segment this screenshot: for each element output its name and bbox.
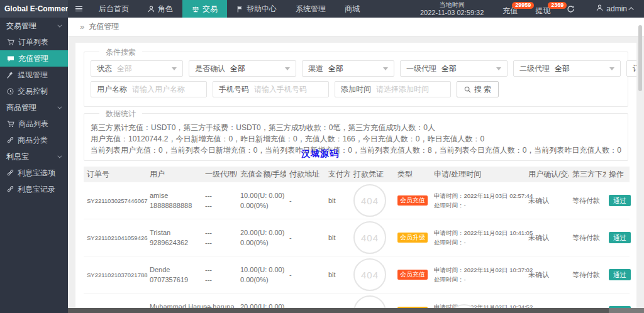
sidebar-section-header[interactable]: 交易管理	[0, 18, 68, 34]
approve-button[interactable]: 通过	[609, 195, 631, 206]
main-area: » 充值管理 条件搜索 状态全部是否确认全部渠道全部一级代理全部二级代理全部订单…	[68, 18, 644, 313]
chevron-up-icon	[628, 7, 633, 12]
filter-text-input[interactable]	[254, 85, 328, 94]
pay-method-cell: bit	[325, 294, 350, 309]
filter-select[interactable]: 全部	[328, 63, 394, 74]
sidebar-item-label: 交易控制	[18, 86, 48, 97]
flag-icon	[236, 6, 243, 13]
sidebar-section-header[interactable]: 利息宝	[0, 148, 68, 165]
third-party-issue-cell: 等待付款	[569, 182, 606, 219]
user-cell-line: Tristan	[150, 228, 199, 238]
pay-method-cell: bit	[325, 182, 350, 219]
filter-select[interactable]: 全部	[230, 63, 296, 74]
withdraw-alert[interactable]: 提现 2369	[526, 2, 559, 16]
sidebar-item-label: 充值管理	[18, 53, 48, 64]
chevron-down-icon	[57, 23, 62, 27]
voucher-cell: 404	[350, 294, 394, 309]
sidebar-section-header[interactable]: 商品管理	[0, 99, 68, 116]
filter-select[interactable]: 全部	[555, 63, 620, 74]
filter-label: 状态	[91, 63, 117, 74]
confirm-cell-value: 未确认	[528, 233, 566, 243]
sidebar-item-label: 订单列表	[18, 37, 48, 48]
confirm-cell-value: 未确认	[528, 270, 566, 280]
column-header: 用户确认/交易流水号	[525, 167, 569, 182]
hamburger-menu-icon[interactable]	[68, 0, 89, 18]
sidebar-item[interactable]: 商品列表	[0, 116, 68, 132]
nav-item-label: 角色	[158, 4, 173, 14]
approve-button[interactable]: 通过	[609, 269, 631, 280]
user-menu[interactable]: admin	[582, 4, 644, 13]
sidebar-item[interactable]: 利息宝记录	[0, 181, 68, 197]
sidebar-item-label: 利息宝选项	[18, 168, 55, 178]
filter-select-group: 状态全部	[91, 60, 183, 77]
order-no: SY2211030257446067	[87, 197, 143, 204]
approve-button[interactable]: 通过	[609, 232, 631, 243]
watermark-text: 汉城源码	[301, 148, 339, 160]
user-cell-line: 0707357619	[150, 275, 199, 285]
vertical-scrollbar-thumb[interactable]	[638, 25, 642, 91]
filter-input-group: 订单号	[626, 60, 636, 77]
amount-cell-line: 10.00(U: 0.00)	[240, 190, 283, 200]
third-party-issue-cell: 等待付款	[569, 256, 606, 294]
sidebar-item[interactable]: 充值管理	[0, 50, 68, 67]
filter-text-input[interactable]	[132, 85, 206, 94]
filter-label: 添加时间	[335, 84, 376, 95]
filter-text-input[interactable]	[376, 85, 450, 94]
column-header: 支付方式	[325, 167, 350, 182]
agents-cell-line: ---	[205, 200, 234, 211]
filter-select[interactable]: 全部	[117, 63, 182, 74]
search-panel: 条件搜索 状态全部是否确认全部渠道全部一级代理全部二级代理全部订单号 用户名称手…	[84, 52, 628, 107]
content: 条件搜索 状态全部是否确认全部渠道全部一级代理全部二级代理全部订单号 用户名称手…	[68, 36, 644, 308]
sidebar-item[interactable]: 商品分类	[0, 132, 68, 148]
time-cell-line: 申请时间：2022年11月02日 10:34:52	[434, 302, 522, 308]
pay-method-cell: bit	[325, 219, 350, 256]
user-cell: Muhammad Haruna haruna08066675188	[147, 294, 202, 309]
selected-option: 全部	[117, 63, 132, 74]
horizontal-scrollbar-thumb[interactable]	[68, 308, 609, 313]
address-cell-value: -	[289, 234, 322, 241]
voucher-404-placeholder[interactable]: 404	[353, 221, 386, 254]
horizontal-scrollbar[interactable]	[68, 308, 644, 313]
chevron-down-icon	[57, 104, 62, 109]
stats-line: 用户充值：10120744.2，今日新增充值：0，昨日新增充值：0，充值人数：1…	[91, 133, 621, 145]
filter-label: 是否确认	[189, 63, 230, 74]
sidebar-item-label: 提现管理	[18, 70, 48, 80]
voucher-cell: 404	[350, 219, 394, 256]
sidebar-item[interactable]: 订单列表	[0, 34, 68, 50]
stats-panel: 数据统计 第三方累计充值：USDT0，第三方手续费：USDT0，第三方成功收款：…	[84, 113, 628, 161]
nav-item-label: 交易	[203, 4, 218, 14]
amount-cell-line: 20.00(U: 0.00)	[240, 302, 283, 308]
selected-option: 全部	[328, 63, 343, 74]
filter-label: 二级代理	[514, 63, 555, 74]
address-cell: -	[286, 219, 325, 256]
local-time-value: 2022-11-03 02:59:32	[420, 9, 484, 16]
filter-input-group: 手机号码	[213, 81, 329, 97]
table-header-row: 订单号用户一级代理/二级代理充值金额/手续费付款地址支付方式打款凭证类型申请/处…	[84, 167, 630, 182]
third-party-issue-cell: 等待付款	[569, 219, 606, 256]
stats-line: 当前列表用户充值：0，当前列表今日新增充值：0，当前列表昨日新增充值：0，当前列…	[91, 145, 621, 156]
nav-item[interactable]: 交易	[182, 0, 227, 18]
nav-item[interactable]: 帮助中心	[227, 0, 286, 18]
recharge-alert[interactable]: 充值 29959	[494, 2, 526, 16]
link-icon	[7, 186, 14, 193]
user-cell-line: 18888888888	[150, 200, 199, 211]
nav-item[interactable]: 系统管理	[286, 0, 335, 18]
filter-select[interactable]: 全部	[441, 63, 507, 74]
nav-item[interactable]: 角色	[138, 0, 182, 18]
sidebar-item[interactable]: 交易控制	[0, 83, 68, 99]
sidebar-item[interactable]: 提现管理	[0, 67, 68, 83]
amount-cell-line: 0.00(0%)	[240, 200, 283, 211]
voucher-404-placeholder[interactable]: 404	[353, 184, 386, 217]
search-button[interactable]: 搜 索	[457, 81, 499, 97]
voucher-404-placeholder[interactable]: 404	[353, 295, 386, 308]
column-header: 订单号	[84, 167, 147, 182]
selected-option: 全部	[555, 63, 570, 74]
agents-cell: ------	[202, 256, 237, 294]
voucher-404-placeholder[interactable]: 404	[353, 258, 386, 291]
nav-item[interactable]: 商城	[335, 0, 369, 18]
nav-item[interactable]: 后台首页	[89, 0, 138, 18]
order-no-cell: SY2211021041059426	[84, 219, 147, 256]
cart-icon	[7, 121, 14, 128]
sidebar-item[interactable]: 利息宝选项	[0, 165, 68, 181]
amount-cell-line: 0.00(0%)	[240, 275, 283, 285]
